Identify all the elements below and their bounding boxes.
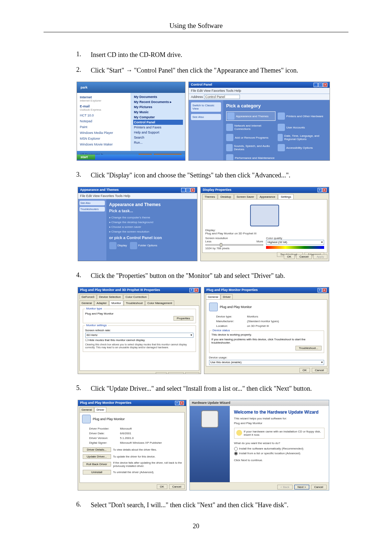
tab-driver[interactable]: Driver: [221, 294, 233, 299]
tab-colcorr[interactable]: Color Correction: [123, 294, 149, 299]
close-icon[interactable]: ×: [191, 188, 195, 192]
task-ss[interactable]: ▸ Choose a screen saver: [109, 225, 194, 229]
start-help[interactable]: Help and Support: [133, 130, 183, 135]
tab-appearance[interactable]: Appearance: [257, 194, 278, 199]
start-my-pictures[interactable]: My Pictures: [133, 104, 183, 110]
troubleshoot-button[interactable]: Troubleshoot...: [295, 346, 321, 350]
maximize-icon[interactable]: □: [318, 83, 323, 87]
start-item-internet[interactable]: InternetInternet Explorer: [79, 94, 128, 103]
cat-sounds[interactable]: Sounds, Speech, and Audio Devices: [226, 144, 275, 151]
tab-themes[interactable]: Themes: [202, 194, 218, 199]
ok-button[interactable]: OK: [299, 368, 310, 373]
minimize-icon[interactable]: _: [314, 83, 318, 87]
start-item-wmm[interactable]: Windows Movie Maker: [79, 141, 128, 147]
start-search[interactable]: Search: [133, 135, 183, 140]
radio-list[interactable]: Install from a list or specific location…: [234, 451, 324, 456]
side-panel-switch[interactable]: Switch to Classic View: [191, 102, 221, 112]
help-icon[interactable]: ?: [175, 401, 179, 405]
cat-region[interactable]: Date, Time, Language, and Regional Optio…: [278, 134, 327, 141]
address-bar[interactable]: Address Control Panel: [189, 94, 330, 100]
start-item-hct[interactable]: HCT 10.0: [79, 112, 128, 118]
apply-button[interactable]: Apply: [313, 254, 327, 259]
cancel-button[interactable]: Cancel: [168, 372, 184, 374]
start-printers[interactable]: Printers and Faxes: [133, 125, 183, 130]
tab-monitor[interactable]: Monitor: [109, 300, 123, 305]
cat-appearance[interactable]: Appearance and Themes: [226, 111, 275, 121]
rollback-driver-button[interactable]: Roll Back Driver: [83, 462, 111, 467]
cat-access[interactable]: Accessibility Options: [278, 144, 327, 151]
start-my-documents[interactable]: My Documents: [133, 94, 183, 99]
cat-users[interactable]: User Accounts: [278, 124, 327, 131]
step-5: 5. Click "Update Driver..." and select "…: [76, 384, 348, 393]
start-item-notepad[interactable]: Notepad: [79, 118, 128, 124]
icon-folder[interactable]: Folder Options: [130, 242, 157, 249]
start-button[interactable]: start: [77, 155, 95, 160]
cat-addremove[interactable]: Add or Remove Programs: [226, 134, 275, 141]
window-title: Plug and Play Monitor Properties: [80, 401, 132, 405]
color-quality-combo[interactable]: Highest (32 bit)▾: [266, 240, 324, 245]
start-item-paint[interactable]: Paint: [79, 124, 128, 130]
task-theme[interactable]: ▸ Change the computer's theme: [109, 215, 194, 220]
properties-button[interactable]: Properties: [173, 316, 193, 321]
maximize-icon[interactable]: □: [186, 188, 190, 192]
tab-colmgmt[interactable]: Color Management: [145, 300, 174, 305]
start-run[interactable]: Run...: [133, 140, 183, 145]
cancel-button[interactable]: Cancel: [312, 368, 327, 373]
apply-button[interactable]: Apply: [185, 372, 199, 374]
cancel-button[interactable]: Cancel: [169, 484, 185, 489]
back-button[interactable]: < Back: [277, 485, 293, 489]
monitor-icon: [82, 415, 91, 423]
tab-general[interactable]: General: [206, 294, 220, 299]
resolution-slider[interactable]: [205, 244, 264, 246]
start-item-email[interactable]: E-mailOutlook Express: [79, 103, 128, 112]
hide-modes-checkbox[interactable]: ☐ Hide modes that this monitor cannot di…: [85, 338, 193, 342]
tab-screensaver[interactable]: Screen Saver: [234, 194, 257, 199]
tab-desktop[interactable]: Desktop: [218, 194, 233, 199]
pick-category-heading: Pick a category: [226, 103, 327, 108]
start-item-msn[interactable]: MSN Explorer: [79, 136, 128, 141]
cancel-button[interactable]: Cancel: [296, 254, 312, 259]
help-icon[interactable]: ?: [318, 288, 322, 292]
start-menu-screenshot: park InternetInternet Explorer E-mailOut…: [77, 82, 185, 161]
cat-network[interactable]: Network and Internet Connections: [226, 124, 275, 131]
tab-adapter[interactable]: Adapter: [94, 300, 109, 305]
start-recent-docs[interactable]: My Recent Documents ▸: [133, 99, 183, 104]
ok-button[interactable]: OK: [156, 372, 167, 374]
ok-button[interactable]: OK: [284, 254, 295, 259]
tab-geforce[interactable]: GeForce3: [79, 294, 97, 299]
tab-driver[interactable]: Driver: [94, 407, 106, 412]
task-res[interactable]: ▸ Change the screen resolution: [109, 229, 194, 234]
icon-display[interactable]: Display: [109, 242, 127, 249]
refresh-combo[interactable]: 60 Hertz▾: [85, 333, 193, 338]
monitor-icon: [209, 303, 218, 311]
uninstall-button[interactable]: Uninstall: [83, 470, 111, 475]
cat-perf[interactable]: Performance and Maintenance: [226, 154, 275, 161]
next-button[interactable]: Next >: [294, 485, 309, 489]
close-icon[interactable]: ×: [322, 288, 327, 292]
update-driver-button[interactable]: Update Driver...: [83, 454, 111, 459]
start-my-music[interactable]: My Music: [133, 110, 183, 115]
tab-general[interactable]: General: [79, 300, 94, 305]
perf-icon: [226, 154, 233, 161]
close-icon[interactable]: ×: [323, 83, 327, 87]
task-bg[interactable]: ▸ Change the desktop background: [109, 220, 194, 225]
tab-general[interactable]: General: [79, 407, 94, 412]
tab-trouble[interactable]: Troubleshoot: [124, 300, 145, 305]
tab-settings[interactable]: Settings: [278, 194, 294, 199]
ok-button[interactable]: OK: [157, 484, 168, 489]
radio-auto[interactable]: Install the software automatically (Reco…: [234, 446, 324, 451]
close-icon[interactable]: ×: [194, 288, 199, 292]
start-item-wmp[interactable]: Windows Media Player: [79, 130, 128, 136]
help-icon[interactable]: ?: [189, 288, 194, 292]
tab-devsel[interactable]: Device Selection: [97, 294, 123, 299]
start-my-computer[interactable]: My Computer: [133, 115, 183, 120]
driver-details-button[interactable]: Driver Details...: [83, 447, 111, 452]
close-icon[interactable]: ×: [322, 188, 327, 192]
minimize-icon[interactable]: _: [181, 188, 185, 192]
cat-printers[interactable]: Printers and Other Hardware: [278, 111, 327, 121]
cancel-button[interactable]: Cancel: [311, 485, 327, 489]
start-control-panel[interactable]: Control Panel: [133, 120, 183, 125]
usage-combo[interactable]: Use this device (enable)▾: [209, 360, 324, 365]
help-icon[interactable]: ?: [318, 188, 322, 192]
close-icon[interactable]: ×: [180, 401, 184, 405]
